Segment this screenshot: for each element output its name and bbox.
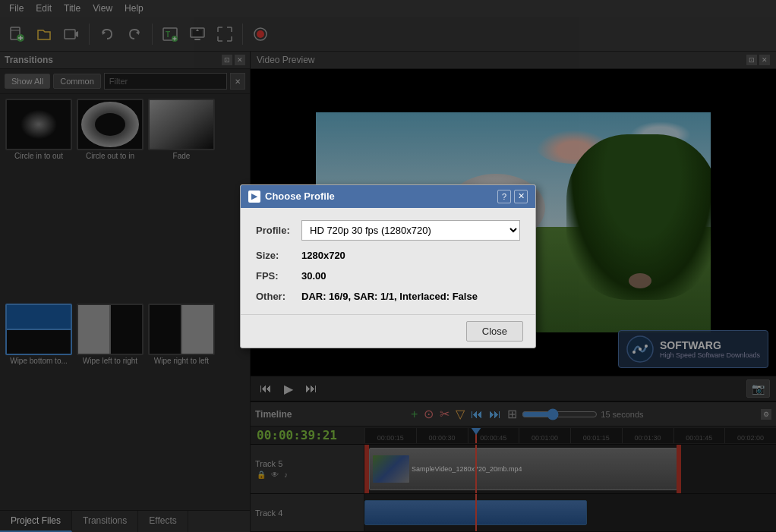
dialog-size-label: Size:: [256, 250, 301, 261]
dialog-title: Choose Profile: [265, 190, 335, 202]
dialog-close-button[interactable]: Close: [466, 321, 523, 342]
dialog-fps-label: FPS:: [256, 270, 301, 282]
dialog-profile-row: Profile: HD 720p 30 fps (1280x720): [256, 220, 520, 241]
dialog-fps-value: 30.00: [301, 270, 326, 282]
dialog-footer: Close: [241, 314, 535, 348]
dialog-body: Profile: HD 720p 30 fps (1280x720) Size:…: [241, 208, 535, 314]
dialog-close-x-button[interactable]: ✕: [514, 190, 528, 203]
dialog-other-label: Other:: [256, 291, 301, 302]
dialog-size-row: Size: 1280x720: [256, 250, 520, 261]
dialog-profile-select[interactable]: HD 720p 30 fps (1280x720): [301, 220, 520, 241]
dialog-other-value: DAR: 16/9, SAR: 1/1, Interlaced: False: [301, 291, 478, 302]
dialog-size-value: 1280x720: [301, 250, 345, 261]
dialog-fps-row: FPS: 30.00: [256, 270, 520, 282]
dialog-profile-label: Profile:: [256, 225, 301, 236]
dialog-other-row: Other: DAR: 16/9, SAR: 1/1, Interlaced: …: [256, 291, 520, 302]
dialog-title-left: ▶ Choose Profile: [248, 190, 335, 203]
dialog-title-icon: ▶: [248, 190, 260, 203]
dialog-help-button[interactable]: ?: [497, 190, 511, 203]
dialog-title-controls: ? ✕: [497, 190, 528, 203]
dialog-overlay: ▶ Choose Profile ? ✕ Profile: HD 720p 30…: [0, 0, 776, 532]
choose-profile-dialog: ▶ Choose Profile ? ✕ Profile: HD 720p 30…: [240, 184, 536, 348]
dialog-titlebar: ▶ Choose Profile ? ✕: [241, 185, 535, 208]
